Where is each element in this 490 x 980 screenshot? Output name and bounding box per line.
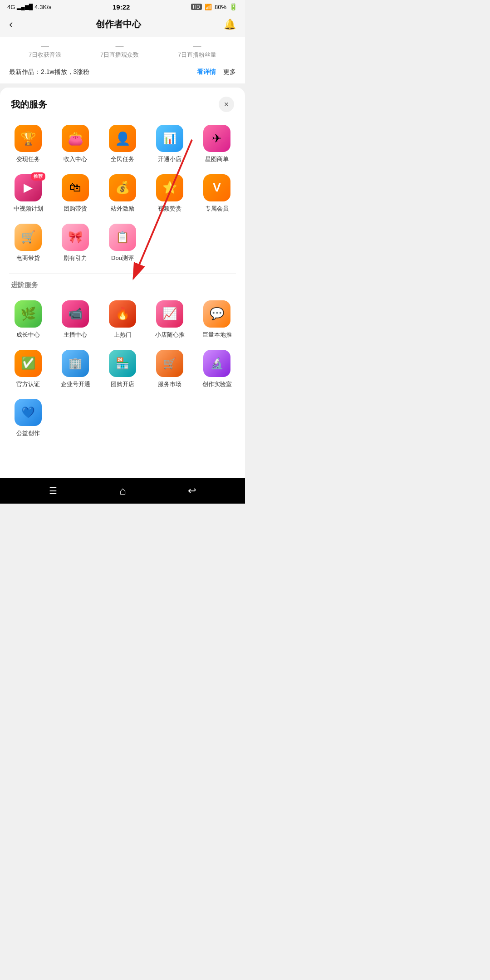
- notification-button[interactable]: 🔔: [224, 19, 236, 30]
- juyouyinli-label: 剧有引力: [64, 255, 87, 262]
- service-item-chuangzuoshiyan[interactable]: 🔬 创作实验室: [193, 344, 240, 394]
- status-bar: 4G ▂▄▆█ 4.3K/s 19:22 HD 📶 80% 🔋: [0, 0, 245, 14]
- quanmin-label: 全民任务: [111, 156, 134, 163]
- zhuanyuhuiyuan-icon: V: [203, 174, 230, 201]
- quanmin-icon: 👤: [109, 125, 136, 152]
- service-item-tuangoukaidian[interactable]: 🏪 团购开店: [99, 344, 146, 394]
- detail-link[interactable]: 看详情: [197, 68, 216, 76]
- latest-work-bar: 最新作品：2.1w播放，3涨粉 看详情 更多: [9, 64, 236, 76]
- zhanzhaijili-label: 站外激励: [111, 205, 134, 213]
- gongyichuangzuo-label: 公益创作: [16, 430, 40, 437]
- service-panel-title: 我的服务: [11, 98, 47, 111]
- zhongshipin-label: 中视频计划: [14, 205, 43, 213]
- zhongshipin-icon: ▶ 推荐: [15, 174, 42, 201]
- xingtu-label: 星图商单: [205, 156, 229, 163]
- juliang-label: 巨量本地推: [202, 331, 232, 339]
- service-item-quanmin[interactable]: 👤 全民任务: [99, 119, 146, 169]
- more-link[interactable]: 更多: [223, 68, 236, 76]
- shouruzhongxin-icon: 👛: [62, 125, 89, 152]
- douceping-label: Dou测评: [111, 255, 134, 262]
- service-item-xingtu[interactable]: ✈ 星图商单: [193, 119, 240, 169]
- kaitongxiaodian-label: 开通小店: [158, 156, 181, 163]
- bianzian-icon: 🏆: [15, 125, 42, 152]
- page-title: 创作者中心: [96, 18, 141, 30]
- chengzhang-label: 成长中心: [16, 331, 40, 339]
- shouruzhongxin-label: 收入中心: [64, 156, 87, 163]
- nav-bar: ‹ 创作者中心 🔔: [0, 14, 245, 37]
- service-item-videozanshang[interactable]: ⭐ 视频赞赏: [146, 169, 193, 218]
- service-item-qiyehao[interactable]: 🏢 企业号开通: [52, 344, 99, 394]
- back-button[interactable]: ‹: [9, 17, 13, 31]
- latest-work-text: 最新作品：2.1w播放，3涨粉: [9, 68, 89, 76]
- chuangzuoshiyan-label: 创作实验室: [202, 381, 232, 388]
- service-item-zhubao[interactable]: 📹 主播中心: [52, 295, 99, 344]
- close-button[interactable]: ×: [219, 97, 234, 112]
- service-item-shouruzhongxin[interactable]: 👛 收入中心: [52, 119, 99, 169]
- status-left: 4G ▂▄▆█ 4.3K/s: [7, 4, 51, 10]
- fuwushichang-icon: 🛒: [156, 350, 183, 377]
- shangremen-label: 上热门: [114, 331, 132, 339]
- service-item-zhanzhaijili[interactable]: 💰 站外激励: [99, 169, 146, 218]
- service-item-zhongshipin[interactable]: ▶ 推荐 中视频计划: [5, 169, 52, 218]
- stat-guanzhong-label: 7日直播观众数: [100, 51, 139, 59]
- dianshangdaihuo-label: 电商带货: [16, 255, 40, 262]
- service-item-tuangou[interactable]: 🛍 团购带货: [52, 169, 99, 218]
- service-item-juliang[interactable]: 💬 巨量本地推: [193, 295, 240, 344]
- service-panel: 我的服务 × 🏆 变现任务 👛 收入中心 👤 全民任务 �: [0, 88, 245, 478]
- service-item-chengzhang[interactable]: 🌿 成长中心: [5, 295, 52, 344]
- kaitongxiaodian-icon: 📊: [156, 125, 183, 152]
- service-item-gongyichuangzuo[interactable]: 💙 公益创作: [5, 393, 52, 443]
- service-item-shangremen[interactable]: 🔥 上热门: [99, 295, 146, 344]
- dianshangdaihuo-icon: 🛒: [15, 224, 42, 251]
- gongyichuangzuo-icon: 💙: [15, 399, 42, 426]
- stat-fensi: — 7日直播粉丝量: [178, 41, 216, 59]
- wifi-icon: 📶: [205, 4, 212, 10]
- service-item-suixintui[interactable]: 📈 小店随心推: [146, 295, 193, 344]
- zhongshipin-badge: 推荐: [31, 172, 45, 181]
- stat-yinlang: — 7日收获音浪: [29, 41, 61, 59]
- service-item-zhuanyuhuiyuan[interactable]: V 专属会员: [193, 169, 240, 218]
- bianzian-label: 变现任务: [16, 156, 40, 163]
- service-item-kaitongxiaodian[interactable]: 📊 开通小店: [146, 119, 193, 169]
- douceping-icon: 📋: [109, 224, 136, 251]
- juliang-icon: 💬: [203, 300, 230, 328]
- zhuanyuhuiyuan-label: 专属会员: [205, 205, 229, 213]
- tuangoukaidian-icon: 🏪: [109, 350, 136, 377]
- stats-section: — 7日收获音浪 — 7日直播观众数 — 7日直播粉丝量 最新作品：2.1w播放…: [0, 37, 245, 84]
- advanced-services-header: 进阶服务: [0, 275, 245, 291]
- menu-button[interactable]: ☰: [49, 485, 58, 496]
- tuangou-icon: 🛍: [62, 174, 89, 201]
- stat-fensi-label: 7日直播粉丝量: [178, 51, 216, 59]
- signal-text: 4G: [7, 4, 15, 10]
- home-button[interactable]: ⌂: [119, 485, 126, 497]
- qiyehao-icon: 🏢: [62, 350, 89, 377]
- fuwushichang-label: 服务市场: [158, 381, 181, 388]
- guanfang-label: 官方认证: [16, 381, 40, 388]
- videozanshang-icon: ⭐: [156, 174, 183, 201]
- chuangzuoshiyan-icon: 🔬: [203, 350, 230, 377]
- service-item-juyouyinli[interactable]: 🎀 剧有引力: [52, 218, 99, 268]
- service-item-douceping[interactable]: 📋 Dou测评: [99, 218, 146, 268]
- guanfang-icon: ✅: [15, 350, 42, 377]
- speed-text: 4.3K/s: [34, 4, 51, 10]
- back-nav-button[interactable]: ↩: [188, 485, 196, 497]
- service-item-bianzian[interactable]: 🏆 变现任务: [5, 119, 52, 169]
- stat-guanzhong: — 7日直播观众数: [100, 41, 139, 59]
- service-item-guanfang[interactable]: ✅ 官方认证: [5, 344, 52, 394]
- suixintui-icon: 📈: [156, 300, 183, 328]
- xingtu-icon: ✈: [203, 125, 230, 152]
- status-time: 19:22: [113, 3, 130, 11]
- zhanzhaijili-icon: 💰: [109, 174, 136, 201]
- status-right: HD 📶 80% 🔋: [191, 3, 238, 11]
- service-item-fuwushichang[interactable]: 🛒 服务市场: [146, 344, 193, 394]
- monetize-services-grid: 🏆 变现任务 👛 收入中心 👤 全民任务 📊 开通小店: [0, 116, 245, 271]
- tuangoukaidian-label: 团购开店: [111, 381, 134, 388]
- zhubao-label: 主播中心: [64, 331, 87, 339]
- qiyehao-label: 企业号开通: [61, 381, 90, 388]
- tuangou-label: 团购带货: [64, 205, 87, 213]
- juyouyinli-icon: 🎀: [62, 224, 89, 251]
- service-item-dianshangdaihuo[interactable]: 🛒 电商带货: [5, 218, 52, 268]
- section-divider: [9, 273, 236, 274]
- stat-guanzhong-value: —: [100, 41, 139, 51]
- stat-yinlang-label: 7日收获音浪: [29, 51, 61, 59]
